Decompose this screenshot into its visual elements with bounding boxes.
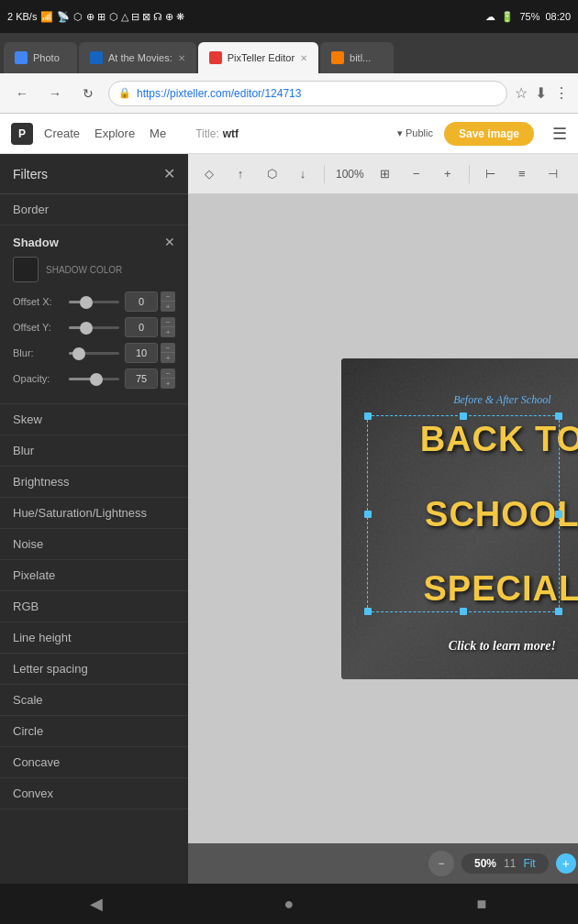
toolbar-move-down[interactable]: ↓ [289, 160, 317, 188]
filter-item-brightness[interactable]: Brightness [0, 467, 188, 498]
toolbar-divider-2 [469, 165, 470, 183]
status-left: 2 KB/s 📶 📡 ⬡ ⊕ ⊞ ⬡ △ ⊟ ⊠ ☊ ⊕ ❋ [7, 11, 184, 23]
filter-item-letterspacing[interactable]: Letter spacing [0, 654, 188, 685]
blur-track[interactable] [69, 352, 119, 355]
back-button[interactable]: ← [9, 81, 35, 106]
filters-close[interactable]: ✕ [163, 165, 175, 182]
tab-pixteller-close[interactable]: ✕ [300, 53, 307, 63]
opacity-value[interactable]: 75 [125, 368, 158, 389]
filter-item-circle[interactable]: Circle [0, 716, 188, 747]
school-text[interactable]: SCHOOL [358, 496, 578, 534]
toolbar-move-up[interactable]: ↑ [227, 160, 254, 188]
nav-explore[interactable]: Explore [94, 126, 135, 140]
menu-icon[interactable]: ☰ [552, 124, 567, 144]
filter-item-skew[interactable]: Skew [0, 404, 188, 435]
filter-item-convex[interactable]: Convex [0, 778, 188, 809]
filter-item-border[interactable]: Border [0, 194, 188, 226]
toolbar-align-left[interactable]: ⊢ [477, 160, 505, 188]
offset-y-track[interactable] [69, 326, 119, 329]
offset-x-thumb[interactable] [80, 296, 93, 309]
offset-y-minus[interactable]: − [161, 317, 175, 327]
blur-value[interactable]: 10 [125, 343, 158, 363]
offset-x-track[interactable] [69, 301, 119, 303]
canvas-area: ◇ ↑ ⬡ ↓ 100% ⊞ − + ⊢ ≡ ⊣ ⊤ T ⊞ ⊡ 🗑 ↩ ↪ [188, 154, 578, 884]
zoom-value: 50% [474, 857, 496, 870]
forward-button[interactable]: → [42, 81, 68, 106]
toolbar-grid-icon[interactable]: ⊞ [372, 160, 399, 188]
save-button[interactable]: Save image [444, 122, 534, 146]
blur-thumb[interactable] [72, 347, 85, 360]
offset-y-plus[interactable]: + [161, 327, 175, 337]
offset-y-value[interactable]: 0 [125, 317, 158, 337]
toolbar-align-top[interactable]: ⊤ [571, 160, 578, 188]
shadow-color-swatch[interactable] [13, 257, 39, 282]
filter-item-scale[interactable]: Scale [0, 685, 188, 716]
opacity-minus[interactable]: − [161, 368, 175, 379]
tab-bitly-label: bitl... [350, 52, 371, 63]
app-logo: P [11, 123, 33, 145]
toolbar-shape-icon[interactable]: ◇ [195, 160, 223, 188]
download-icon[interactable]: ⬇ [535, 84, 547, 102]
before-after-text[interactable]: Before & After School [453, 393, 550, 407]
blur-plus[interactable]: + [161, 353, 175, 363]
public-button[interactable]: ▾ Public [397, 127, 433, 139]
opacity-row: Opacity: 75 − + [13, 368, 175, 389]
fit-button[interactable]: Fit [523, 857, 535, 870]
opacity-label: Opacity: [13, 373, 63, 384]
design-canvas[interactable]: Before & After School BACK TO SCHOOL SPE… [341, 358, 578, 679]
offset-x-minus[interactable]: − [161, 292, 175, 302]
tab-pixteller[interactable]: PixTeller Editor ✕ [198, 42, 318, 73]
title-area: Title: wtf [195, 127, 386, 140]
pixteller-icon [209, 51, 222, 64]
toolbar-align-center[interactable]: ≡ [508, 160, 536, 188]
shadow-section-close[interactable]: ✕ [164, 235, 175, 249]
filter-item-noise[interactable]: Noise [0, 529, 188, 560]
shadow-section: Shadow ✕ SHADOW COLOR Offset X: 0 − + [0, 226, 188, 404]
filter-item-concave[interactable]: Concave [0, 747, 188, 778]
special-text[interactable]: SPECIAL [358, 569, 578, 609]
offset-x-plus[interactable]: + [161, 302, 175, 312]
android-back[interactable]: ◀ [73, 894, 119, 914]
nav-create[interactable]: Create [44, 126, 80, 140]
zoom-plus-btn[interactable]: + [556, 853, 576, 874]
toolbar-move-group[interactable]: ⬡ [258, 160, 285, 188]
tab-bitly[interactable]: bitl... [320, 42, 394, 73]
canvas-toolbar: ◇ ↑ ⬡ ↓ 100% ⊞ − + ⊢ ≡ ⊣ ⊤ T ⊞ ⊡ 🗑 ↩ ↪ [188, 154, 578, 194]
address-bar: ← → ↻ 🔒 https://pixteller.com/editor/124… [0, 73, 578, 114]
bluetooth-icon: ⬡ [73, 11, 83, 23]
offset-x-value[interactable]: 0 [125, 292, 158, 312]
toolbar-zoom-plus[interactable]: + [434, 160, 461, 188]
blur-minus[interactable]: − [161, 343, 175, 353]
title-value[interactable]: wtf [223, 127, 239, 140]
opacity-thumb[interactable] [90, 373, 103, 386]
filters-title: Filters [13, 167, 48, 182]
nav-me[interactable]: Me [150, 126, 166, 140]
canvas-text-layer: Before & After School BACK TO SCHOOL SPE… [341, 358, 578, 679]
more-icon[interactable]: ⋮ [554, 84, 569, 102]
filter-item-lineheight[interactable]: Line height [0, 622, 188, 654]
opacity-plus[interactable]: + [161, 379, 175, 389]
url-bar[interactable]: 🔒 https://pixteller.com/editor/124713 [108, 81, 507, 106]
tab-movies-close[interactable]: ✕ [178, 53, 185, 63]
filter-item-rgb[interactable]: RGB [0, 591, 188, 622]
click-to-learn-text[interactable]: Click to learn more! [449, 639, 556, 654]
offset-y-thumb[interactable] [80, 322, 93, 335]
star-icon[interactable]: ☆ [515, 84, 528, 102]
canvas-content[interactable]: Before & After School BACK TO SCHOOL SPE… [188, 194, 578, 843]
tab-movies[interactable]: At the Movies: ✕ [79, 42, 196, 73]
back-to-text[interactable]: BACK TO [358, 421, 578, 459]
filter-item-hue[interactable]: Hue/Saturation/Lightness [0, 498, 188, 529]
reload-button[interactable]: ↻ [75, 81, 101, 106]
toolbar-zoom-minus[interactable]: − [403, 160, 430, 188]
filter-item-blur[interactable]: Blur [0, 435, 188, 467]
zoom-display: 50% 11 Fit [461, 853, 549, 874]
main-layout: Filters ✕ Border Shadow ✕ SHADOW COLOR O… [0, 154, 578, 884]
android-recents[interactable]: ■ [459, 895, 505, 914]
toolbar-align-right[interactable]: ⊣ [539, 160, 567, 188]
android-home[interactable]: ● [266, 895, 312, 914]
tab-photos[interactable]: Photo [4, 42, 77, 73]
zoom-minus-btn[interactable]: − [428, 851, 454, 876]
filter-item-pixelate[interactable]: Pixelate [0, 560, 188, 591]
opacity-track[interactable] [69, 378, 119, 380]
sidebar: Filters ✕ Border Shadow ✕ SHADOW COLOR O… [0, 154, 188, 884]
